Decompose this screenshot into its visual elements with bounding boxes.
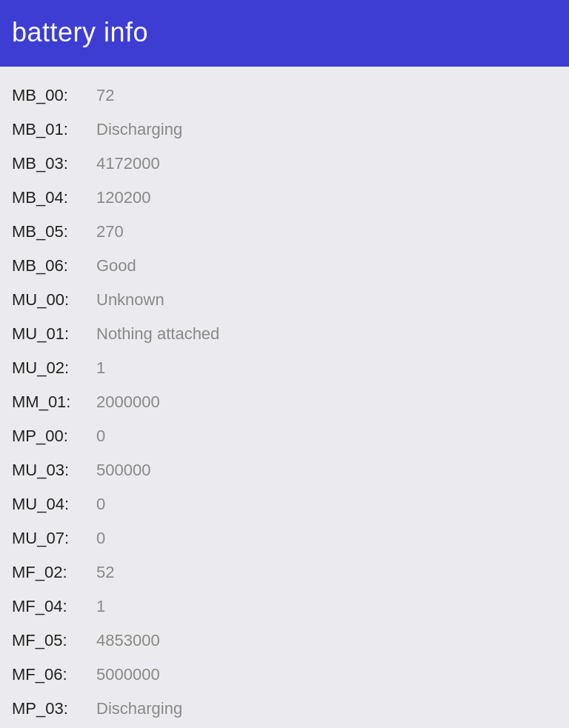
info-row: MM_01: 2000000 (12, 385, 557, 419)
info-row: MU_01: Nothing attached (12, 317, 557, 351)
info-row: MB_00: 72 (12, 79, 557, 113)
info-key: MF_02: (12, 563, 93, 582)
app-header: battery info (0, 0, 569, 67)
info-value: 4853000 (96, 631, 160, 650)
info-value: Nothing attached (96, 324, 219, 344)
info-row: MU_03: 500000 (12, 453, 557, 487)
info-key: MF_04: (12, 597, 93, 616)
info-value: Good (96, 256, 136, 275)
info-key: MM_01: (12, 393, 93, 412)
info-key: MF_06: (12, 665, 93, 684)
info-row: MB_03: 4172000 (12, 147, 557, 181)
info-row: MU_07: 0 (12, 521, 557, 555)
info-value: 500000 (96, 461, 150, 480)
info-key: MB_00: (12, 86, 93, 105)
info-key: MU_00: (12, 290, 93, 310)
info-value: Discharging (96, 699, 182, 718)
info-value: 1 (96, 358, 105, 378)
info-key: MB_03: (12, 154, 93, 173)
info-row: MB_01: Discharging (12, 113, 557, 147)
info-key: MU_02: (12, 358, 93, 378)
info-key: MB_04: (12, 188, 93, 207)
info-key: MP_03: (12, 699, 93, 718)
info-row: MP_03: Discharging (12, 692, 557, 726)
info-key: MU_03: (12, 461, 93, 480)
info-key: MU_04: (12, 495, 93, 514)
content-area: MB_00: 72MB_01: DischargingMB_03: 417200… (0, 67, 569, 728)
info-key: MB_06: (12, 256, 93, 275)
info-key: MB_05: (12, 222, 93, 241)
info-key: MU_07: (12, 529, 93, 548)
info-value: Discharging (96, 120, 182, 139)
info-key: MF_05: (12, 631, 93, 650)
info-value: 0 (96, 529, 105, 548)
info-row: MB_06: Good (12, 249, 557, 283)
info-key: MB_01: (12, 120, 93, 139)
info-value: 0 (96, 495, 105, 514)
info-value: 120200 (96, 188, 150, 207)
info-row: MU_00: Unknown (12, 283, 557, 317)
info-row: MF_06: 5000000 (12, 658, 557, 692)
info-value: 270 (96, 222, 124, 241)
info-row: MB_04: 120200 (12, 181, 557, 215)
info-row: MP_00: 0 (12, 419, 557, 453)
info-key: MP_00: (12, 427, 93, 446)
info-row: MF_04: 1 (12, 590, 557, 624)
info-value: 5000000 (96, 665, 160, 684)
info-value: Unknown (96, 290, 164, 310)
info-value: 4172000 (96, 154, 160, 173)
info-value: 52 (96, 563, 114, 582)
info-row: MF_05: 4853000 (12, 624, 557, 658)
info-value: 1 (96, 597, 105, 616)
info-row: MB_05: 270 (12, 215, 557, 249)
info-row: MF_02: 52 (12, 555, 557, 590)
info-row: MU_04: 0 (12, 487, 557, 521)
info-key: MU_01: (12, 324, 93, 344)
info-value: 72 (96, 86, 114, 105)
info-value: 0 (96, 427, 105, 446)
page-title: battery info (12, 17, 148, 48)
info-row: MU_02: 1 (12, 351, 557, 385)
info-value: 2000000 (96, 393, 160, 412)
